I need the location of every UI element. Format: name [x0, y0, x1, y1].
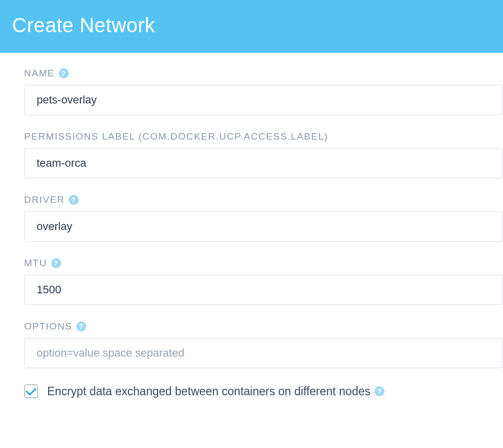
options-label: OPTIONS ? — [24, 321, 503, 332]
permissions-label: PERMISSIONS LABEL (COM.DOCKER.UCP.ACCESS… — [24, 131, 503, 142]
dialog-title: Create Network — [12, 14, 491, 37]
options-input[interactable] — [24, 338, 503, 368]
options-label-text: OPTIONS — [24, 321, 72, 332]
field-group-name: NAME ? — [24, 68, 503, 115]
field-group-options: OPTIONS ? — [24, 321, 503, 368]
encrypt-label-text: Encrypt data exchanged between container… — [47, 385, 370, 398]
help-icon[interactable]: ? — [69, 195, 79, 205]
permissions-input[interactable] — [24, 148, 503, 178]
help-icon[interactable]: ? — [51, 258, 61, 268]
mtu-input[interactable] — [24, 275, 503, 305]
help-icon[interactable]: ? — [59, 68, 69, 78]
mtu-label: MTU ? — [24, 258, 503, 269]
name-input[interactable] — [24, 85, 503, 115]
field-group-mtu: MTU ? — [24, 258, 503, 305]
driver-label-text: DRIVER — [24, 194, 65, 205]
name-label: NAME ? — [24, 68, 503, 79]
help-icon[interactable]: ? — [76, 321, 86, 331]
mtu-label-text: MTU — [24, 258, 47, 269]
encrypt-label: Encrypt data exchanged between container… — [47, 385, 385, 398]
help-icon[interactable]: ? — [374, 386, 385, 396]
field-group-permissions: PERMISSIONS LABEL (COM.DOCKER.UCP.ACCESS… — [24, 131, 503, 178]
driver-input[interactable] — [24, 211, 503, 242]
encrypt-checkbox[interactable] — [24, 384, 38, 398]
permissions-label-text: PERMISSIONS LABEL (COM.DOCKER.UCP.ACCESS… — [24, 131, 328, 142]
driver-label: DRIVER ? — [24, 194, 503, 205]
form-body: NAME ? PERMISSIONS LABEL (COM.DOCKER.UCP… — [0, 53, 503, 398]
encrypt-row: Encrypt data exchanged between container… — [24, 384, 503, 398]
dialog-header: Create Network — [0, 0, 503, 53]
name-label-text: NAME — [24, 68, 55, 79]
field-group-driver: DRIVER ? — [24, 194, 503, 242]
